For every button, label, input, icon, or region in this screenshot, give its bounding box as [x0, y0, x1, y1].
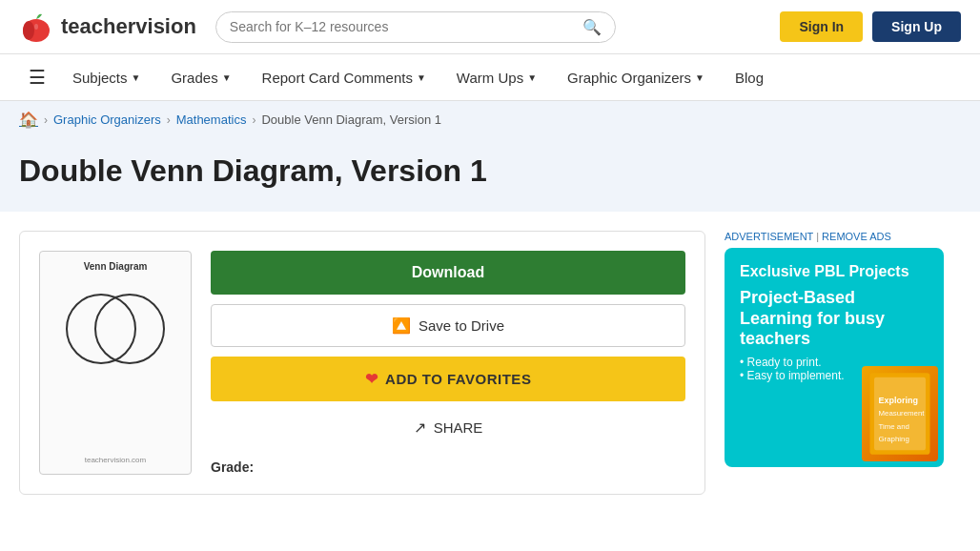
svg-point-3 — [67, 295, 135, 363]
svg-point-4 — [95, 295, 164, 363]
svg-text:Measurement: Measurement — [879, 409, 926, 418]
breadcrumb-current: Double Venn Diagram, Version 1 — [261, 112, 441, 127]
ad-label: ADVERTISEMENT | REMOVE ADS — [725, 231, 944, 242]
nav-blog[interactable]: Blog — [722, 56, 777, 99]
warm-ups-chevron-icon: ▼ — [527, 72, 537, 83]
breadcrumb-sep-1: › — [44, 113, 48, 127]
nav-graphic-organizers[interactable]: Graphic Organizers ▼ — [554, 56, 718, 99]
signup-button[interactable]: Sign Up — [872, 11, 961, 42]
share-button[interactable]: ↗ SHARE — [211, 411, 685, 444]
share-icon: ↗ — [414, 418, 426, 437]
heart-icon: ❤ — [365, 370, 378, 388]
ad-card-title: Exclusive PBL Projects — [740, 263, 929, 280]
main-content: Venn Diagram teachervision.com Download … — [0, 212, 980, 514]
breadcrumb-home[interactable]: 🏠 — [19, 111, 38, 129]
report-card-chevron-icon: ▼ — [417, 72, 426, 83]
svg-point-2 — [34, 24, 38, 30]
venn-label: Venn Diagram — [84, 261, 148, 272]
breadcrumb-mathematics[interactable]: Mathematics — [176, 112, 247, 127]
nav: ☰ Subjects ▼ Grades ▼ Report Card Commen… — [0, 54, 980, 101]
signin-button[interactable]: Sign In — [780, 11, 863, 42]
ad-card[interactable]: Exclusive PBL Projects Project-Based Lea… — [725, 248, 944, 467]
breadcrumb-sep-3: › — [252, 113, 255, 127]
page-title: Double Venn Diagram, Version 1 — [19, 153, 961, 189]
breadcrumb-sep-2: › — [167, 113, 171, 127]
breadcrumb: 🏠 › Graphic Organizers › Mathematics › D… — [0, 101, 980, 138]
add-to-favorites-button[interactable]: ❤ ADD TO FAVORITES — [211, 357, 685, 401]
venn-diagram-svg — [53, 279, 177, 375]
ad-book-image: Exploring Measurement Time and Graphing — [862, 366, 938, 461]
breadcrumb-graphic-organizers[interactable]: Graphic Organizers — [53, 112, 161, 127]
venn-footer: teachervision.com — [85, 446, 146, 464]
svg-text:Graphing: Graphing — [879, 435, 909, 443]
apple-icon — [19, 10, 53, 44]
graphic-organizers-chevron-icon: ▼ — [695, 72, 704, 83]
subjects-chevron-icon: ▼ — [132, 72, 141, 83]
svg-point-1 — [23, 21, 34, 40]
book-cover-svg: Exploring Measurement Time and Graphing — [867, 371, 933, 457]
grades-chevron-icon: ▼ — [222, 72, 232, 83]
drive-icon: 🔼 — [392, 316, 411, 335]
nav-grades[interactable]: Grades ▼ — [157, 56, 244, 99]
nav-warm-ups[interactable]: Warm Ups ▼ — [443, 56, 550, 99]
action-buttons: Download 🔼 Save to Drive ❤ ADD TO FAVORI… — [211, 251, 685, 475]
nav-subjects[interactable]: Subjects ▼ — [59, 56, 153, 99]
logo-text: teachervision — [61, 14, 196, 39]
search-input[interactable] — [230, 19, 575, 34]
venn-preview: Venn Diagram teachervision.com — [39, 251, 192, 475]
search-bar: 🔍 — [215, 11, 616, 43]
page-title-bar: Double Venn Diagram, Version 1 — [0, 138, 980, 212]
header: teachervision 🔍 Sign In Sign Up — [0, 0, 980, 54]
ad-sidebar: ADVERTISEMENT | REMOVE ADS Exclusive PBL… — [725, 231, 944, 495]
download-button[interactable]: Download — [211, 251, 685, 295]
remove-ads-link[interactable]: REMOVE ADS — [822, 231, 891, 242]
hamburger-button[interactable]: ☰ — [19, 54, 55, 100]
svg-text:Time and: Time and — [879, 422, 909, 431]
grade-label: Grade: — [211, 459, 685, 475]
ad-card-subtitle: Project-Based Learning for busy teachers — [740, 288, 929, 350]
svg-text:Exploring: Exploring — [879, 396, 919, 405]
logo[interactable]: teachervision — [19, 10, 196, 44]
header-actions: Sign In Sign Up — [780, 11, 961, 42]
content-card: Venn Diagram teachervision.com Download … — [19, 231, 705, 495]
nav-report-card[interactable]: Report Card Comments ▼ — [249, 56, 439, 99]
search-button[interactable]: 🔍 — [582, 18, 602, 36]
save-to-drive-button[interactable]: 🔼 Save to Drive — [211, 304, 685, 347]
